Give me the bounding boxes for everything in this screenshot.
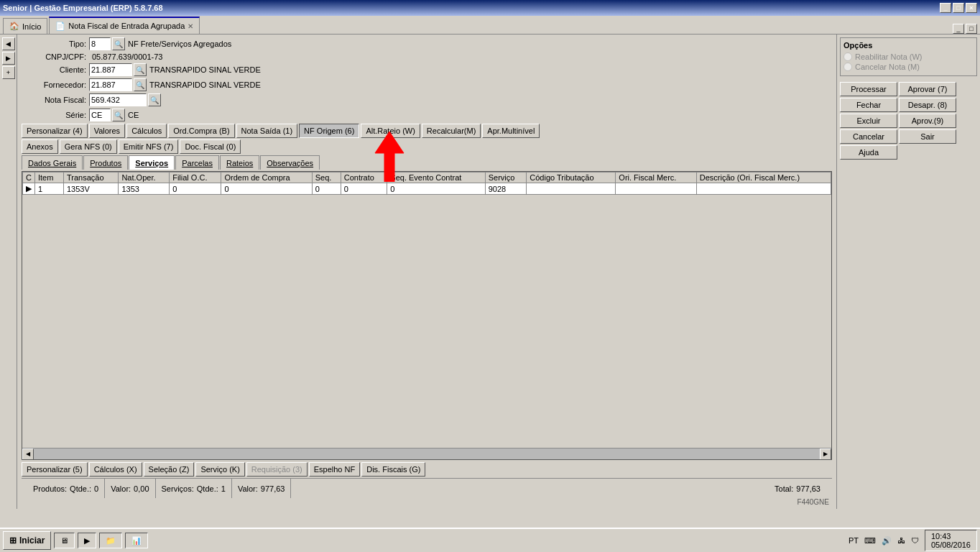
bottom-toolbar: Personalizar (5) Cálculos (X) Seleção (Z…: [22, 462, 832, 477]
windows-icon: ⊞: [9, 535, 17, 546]
nota-fiscal-label: Nota Fiscal:: [22, 96, 86, 104]
window-controls[interactable]: _ □ ×: [940, 3, 977, 13]
tab-close-icon[interactable]: ✕: [188, 22, 193, 30]
apr-multinivel-btn[interactable]: Apr.Multinível: [482, 124, 540, 138]
doc-icon: 📄: [55, 22, 65, 31]
app-icon: 📊: [131, 536, 142, 546]
doc-fiscal-btn[interactable]: Doc. Fiscal (0): [180, 139, 241, 154]
tab-parcelas[interactable]: Parcelas: [175, 155, 219, 170]
clock-date: 05/08/2016: [931, 540, 971, 549]
tab-dados-gerais[interactable]: Dados Gerais: [22, 155, 83, 170]
left-btn-2[interactable]: ▶: [2, 52, 15, 65]
strip-restore[interactable]: □: [966, 24, 977, 34]
ord-compra-btn[interactable]: Ord.Compra (B): [168, 124, 234, 138]
maximize-button[interactable]: □: [953, 3, 964, 13]
serie-label: Série:: [22, 111, 86, 119]
calculos-btn[interactable]: Cálculos: [126, 124, 167, 138]
alt-rateio-btn[interactable]: Alt.Rateio (W): [361, 124, 420, 138]
left-btn-3[interactable]: +: [2, 66, 15, 79]
nota-fiscal-search-btn[interactable]: 🔍: [148, 93, 161, 106]
gera-nfs-btn[interactable]: Gera NFS (0): [60, 139, 117, 154]
serie-search-btn[interactable]: 🔍: [112, 109, 125, 121]
tab-rateios[interactable]: Rateios: [220, 155, 259, 170]
tab-observacoes[interactable]: Observações: [260, 155, 320, 170]
scroll-right-btn[interactable]: ▶: [820, 448, 831, 460]
cell-seq-evento: 0: [387, 183, 485, 195]
desapr-btn[interactable]: Desapr. (8): [899, 98, 956, 112]
recalcular-btn[interactable]: Recalcular(M): [422, 124, 481, 138]
serie-desc: CE: [128, 111, 139, 119]
col-header-seq-evento: Seq. Evento Contrat: [387, 172, 485, 183]
horizontal-scrollbar[interactable]: ◀ ▶: [22, 448, 831, 459]
total-label: Total:: [775, 484, 793, 493]
form-id: F440GNE: [22, 498, 832, 506]
taskbar-item-1[interactable]: 🖥: [54, 533, 75, 548]
reabilitar-radio: Reabilitar Nota (W): [843, 52, 974, 61]
fornecedor-search-btn[interactable]: 🔍: [134, 78, 147, 91]
sair-btn[interactable]: Sair: [899, 129, 956, 144]
left-btn-1[interactable]: ◀: [2, 37, 15, 50]
tipo-input[interactable]: [89, 37, 111, 50]
cancelar-btn[interactable]: Cancelar: [840, 129, 897, 144]
start-label: Iniciar: [19, 535, 45, 546]
scroll-track[interactable]: [34, 448, 820, 460]
dis-fiscais-btn[interactable]: Dis. Fiscais (G): [361, 462, 425, 477]
cliente-input[interactable]: [89, 63, 132, 76]
fechar-btn[interactable]: Fechar: [840, 98, 897, 112]
valores-btn[interactable]: Valores: [89, 124, 125, 138]
cmd-icon: ▶: [84, 536, 90, 546]
personalizar5-btn[interactable]: Personalizar (5): [22, 462, 88, 477]
tab-inicio[interactable]: 🏠 Início: [3, 18, 47, 34]
col-header-c: C: [23, 172, 35, 183]
nf-origem-btn[interactable]: NF Origem (6): [299, 124, 359, 138]
toolbar2: Anexos Gera NFS (0) Emitir NFS (7) Doc. …: [22, 139, 832, 154]
start-button[interactable]: ⊞ Iniciar: [3, 531, 51, 550]
taskbar-right: PT ⌨ 🔊 🖧 🛡 10:43 05/08/2016: [849, 530, 977, 551]
produtos-section: Produtos: Qtde.: 0: [27, 479, 105, 498]
cliente-search-btn[interactable]: 🔍: [134, 63, 147, 76]
col-header-desc-ori: Descrição (Ori. Fiscal Merc.): [696, 172, 831, 183]
emitir-nfs-btn[interactable]: Emitir NFS (7): [119, 139, 179, 154]
ajuda-btn[interactable]: Ajuda: [840, 145, 897, 160]
cancelar-radio-input[interactable]: [843, 63, 852, 71]
scroll-left-btn[interactable]: ◀: [22, 448, 34, 460]
selecao-btn[interactable]: Seleção (Z): [144, 462, 195, 477]
reabilitar-radio-input[interactable]: [843, 52, 852, 61]
table-row[interactable]: ▶ 1 1353V 1353 0 0 0 0 0 9028: [23, 183, 831, 195]
speaker-icon: 🔊: [882, 536, 892, 546]
calculos-x-btn[interactable]: Cálculos (X): [89, 462, 142, 477]
taskbar-item-3[interactable]: 📁: [99, 533, 122, 548]
close-button[interactable]: ×: [966, 3, 977, 13]
col-header-servico: Serviço: [485, 172, 527, 183]
requisicao-btn[interactable]: Requisição (3): [246, 462, 308, 477]
tab-nf-entrada[interactable]: 📄 Nota Fiscal de Entrada Agrupada ✕: [49, 17, 200, 34]
processar-btn[interactable]: Processar: [840, 82, 897, 96]
sub-tabs: Dados Gerais Produtos Serviços Parcelas …: [22, 155, 832, 170]
espelho-nf-btn[interactable]: Espelho NF: [309, 462, 360, 477]
toolbar1: Personalizar (4) Valores Cálculos Ord.Co…: [22, 124, 832, 138]
nota-fiscal-input[interactable]: [89, 93, 147, 106]
nota-saida-btn[interactable]: Nota Saída (1): [236, 124, 298, 138]
btn-row-3: Excluir Aprov.(9): [840, 114, 977, 128]
tab-servicos[interactable]: Serviços: [129, 155, 175, 170]
minimize-button[interactable]: _: [940, 3, 951, 13]
tab-produtos[interactable]: Produtos: [83, 155, 128, 170]
servico-k-btn[interactable]: Serviço (K): [195, 462, 244, 477]
aprov9-btn[interactable]: Aprov.(9): [899, 114, 956, 128]
serie-input[interactable]: [89, 109, 111, 121]
btn-row-1: Processar Aprovar (7): [840, 82, 977, 96]
strip-minimize[interactable]: _: [953, 24, 964, 34]
tipo-search-btn[interactable]: 🔍: [112, 37, 125, 50]
personalizar4-btn[interactable]: Personalizar (4): [22, 124, 88, 138]
fornecedor-input[interactable]: [89, 78, 132, 91]
anexos-btn[interactable]: Anexos: [22, 139, 58, 154]
taskbar-item-4[interactable]: 📊: [125, 533, 148, 548]
cell-desc-ori: [696, 183, 831, 195]
taskbar-item-2[interactable]: ▶: [78, 533, 96, 548]
aprovar-btn[interactable]: Aprovar (7): [899, 82, 956, 96]
cliente-label: Cliente:: [22, 65, 86, 74]
excluir-btn[interactable]: Excluir: [840, 114, 897, 128]
cell-seq: 0: [312, 183, 341, 195]
serie-row: Série: 🔍 CE: [22, 109, 832, 121]
cancelar-radio: Cancelar Nota (M): [843, 63, 974, 71]
